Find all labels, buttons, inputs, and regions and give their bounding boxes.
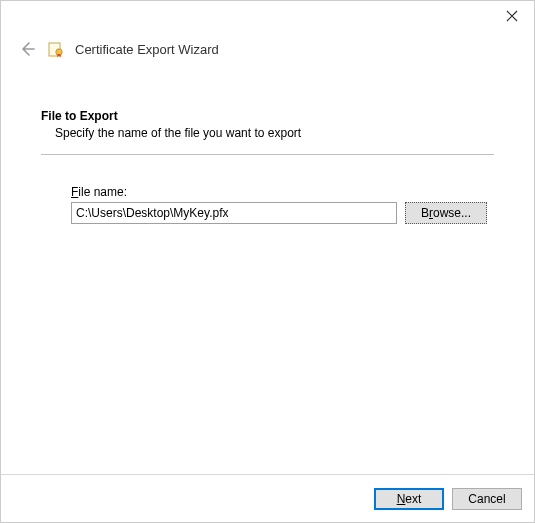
section-heading: File to Export [41, 109, 494, 123]
browse-button[interactable]: Browse... [405, 202, 487, 224]
certificate-icon [47, 40, 65, 58]
section-description: Specify the name of the file you want to… [41, 126, 494, 140]
divider [41, 154, 494, 155]
file-name-label: File name: [71, 185, 494, 199]
file-name-input[interactable] [71, 202, 397, 224]
close-button[interactable] [490, 2, 534, 30]
back-arrow-icon[interactable] [17, 39, 37, 59]
wizard-title: Certificate Export Wizard [75, 42, 219, 57]
next-button[interactable]: Next [374, 488, 444, 510]
cancel-button[interactable]: Cancel [452, 488, 522, 510]
